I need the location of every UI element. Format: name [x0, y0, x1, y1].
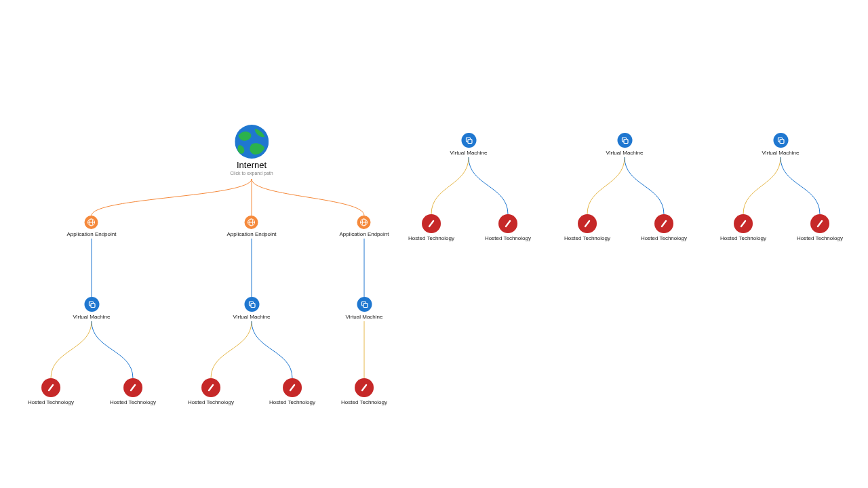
hosted-technology-node[interactable]: Hosted Technology	[485, 214, 531, 242]
slash-icon	[578, 214, 597, 233]
vm-label: Virtual Machine	[606, 150, 644, 157]
slash-icon	[654, 214, 673, 233]
virtual-machine-node[interactable]: Virtual Machine	[346, 297, 383, 321]
hosted-technology-node[interactable]: Hosted Technology	[797, 214, 843, 242]
edge	[211, 321, 252, 378]
slash-icon	[422, 214, 441, 233]
hosted-technology-node[interactable]: Hosted Technology	[110, 378, 156, 406]
app-endpoint-node[interactable]: Application Endpoint	[67, 216, 117, 238]
virtual-machine-node[interactable]: Virtual Machine	[450, 133, 488, 157]
edge	[743, 157, 781, 214]
hosted-technology-node[interactable]: Hosted Technology	[564, 214, 610, 242]
app-endpoint-label: Application Endpoint	[227, 231, 277, 238]
svg-line-20	[362, 385, 366, 390]
copy-icon	[244, 297, 259, 312]
globe-outline-icon	[85, 216, 98, 229]
hosted-technology-node[interactable]: Hosted Technology	[269, 378, 315, 406]
copy-icon	[461, 133, 476, 148]
copy-icon	[357, 297, 372, 312]
slash-icon	[41, 378, 60, 397]
svg-rect-24	[624, 140, 628, 144]
virtual-machine-node[interactable]: Virtual Machine	[762, 133, 800, 157]
vm-label: Virtual Machine	[450, 150, 488, 157]
app-endpoint-label: Application Endpoint	[67, 231, 117, 238]
svg-line-18	[209, 385, 213, 390]
svg-point-0	[235, 125, 269, 159]
edge	[625, 157, 664, 214]
slash-icon	[201, 378, 220, 397]
app-endpoint-label: Application Endpoint	[340, 231, 389, 238]
hosted-tech-label: Hosted Technology	[564, 235, 610, 242]
edge	[92, 179, 252, 216]
hosted-tech-label: Hosted Technology	[797, 235, 843, 242]
hosted-technology-node[interactable]: Hosted Technology	[720, 214, 766, 242]
slash-icon	[123, 378, 142, 397]
copy-icon	[84, 297, 99, 312]
slash-icon	[355, 378, 374, 397]
vm-label: Virtual Machine	[233, 314, 271, 321]
edge	[587, 157, 625, 214]
svg-line-28	[506, 221, 510, 226]
slash-icon	[498, 214, 517, 233]
svg-rect-15	[363, 304, 368, 308]
hosted-tech-label: Hosted Technology	[28, 399, 74, 406]
svg-rect-26	[780, 140, 784, 144]
svg-line-16	[49, 385, 53, 390]
svg-rect-11	[91, 304, 95, 308]
svg-line-17	[131, 385, 135, 390]
svg-line-31	[741, 221, 745, 226]
vm-label: Virtual Machine	[73, 314, 111, 321]
internet-label: Internet	[230, 160, 273, 171]
svg-line-30	[662, 221, 666, 226]
hosted-tech-label: Hosted Technology	[341, 399, 387, 406]
globe-outline-icon	[357, 216, 371, 229]
edge	[252, 321, 292, 378]
edge	[781, 157, 820, 214]
hosted-technology-node[interactable]: Hosted Technology	[28, 378, 74, 406]
slash-icon	[810, 214, 829, 233]
hosted-tech-label: Hosted Technology	[485, 235, 531, 242]
copy-icon	[617, 133, 632, 148]
hosted-tech-label: Hosted Technology	[641, 235, 687, 242]
globe-outline-icon	[245, 216, 258, 229]
internet-sublabel: Click to expand path	[230, 171, 273, 176]
svg-line-19	[290, 385, 294, 390]
virtual-machine-node[interactable]: Virtual Machine	[606, 133, 644, 157]
globe-icon	[235, 125, 269, 159]
vm-label: Virtual Machine	[346, 314, 383, 321]
virtual-machine-node[interactable]: Virtual Machine	[233, 297, 271, 321]
edge	[51, 321, 92, 378]
hosted-technology-node[interactable]: Hosted Technology	[188, 378, 234, 406]
svg-rect-13	[251, 304, 255, 308]
hosted-tech-label: Hosted Technology	[110, 399, 156, 406]
app-endpoint-node[interactable]: Application Endpoint	[227, 216, 277, 238]
vm-label: Virtual Machine	[762, 150, 800, 157]
edge	[431, 157, 469, 214]
hosted-tech-label: Hosted Technology	[188, 399, 234, 406]
edge	[252, 179, 364, 216]
svg-line-27	[429, 221, 433, 226]
hosted-technology-node[interactable]: Hosted Technology	[341, 378, 387, 406]
slash-icon	[734, 214, 753, 233]
svg-line-32	[818, 221, 822, 226]
internet-node[interactable]: Internet Click to expand path	[230, 125, 273, 176]
edge	[469, 157, 508, 214]
hosted-technology-node[interactable]: Hosted Technology	[408, 214, 454, 242]
hosted-tech-label: Hosted Technology	[269, 399, 315, 406]
app-endpoint-node[interactable]: Application Endpoint	[340, 216, 389, 238]
svg-rect-22	[468, 140, 472, 144]
slash-icon	[283, 378, 302, 397]
hosted-tech-label: Hosted Technology	[720, 235, 766, 242]
diagram-edges	[0, 0, 868, 488]
hosted-tech-label: Hosted Technology	[408, 235, 454, 242]
copy-icon	[773, 133, 788, 148]
hosted-technology-node[interactable]: Hosted Technology	[641, 214, 687, 242]
virtual-machine-node[interactable]: Virtual Machine	[73, 297, 111, 321]
edge	[92, 321, 133, 378]
svg-line-29	[585, 221, 589, 226]
